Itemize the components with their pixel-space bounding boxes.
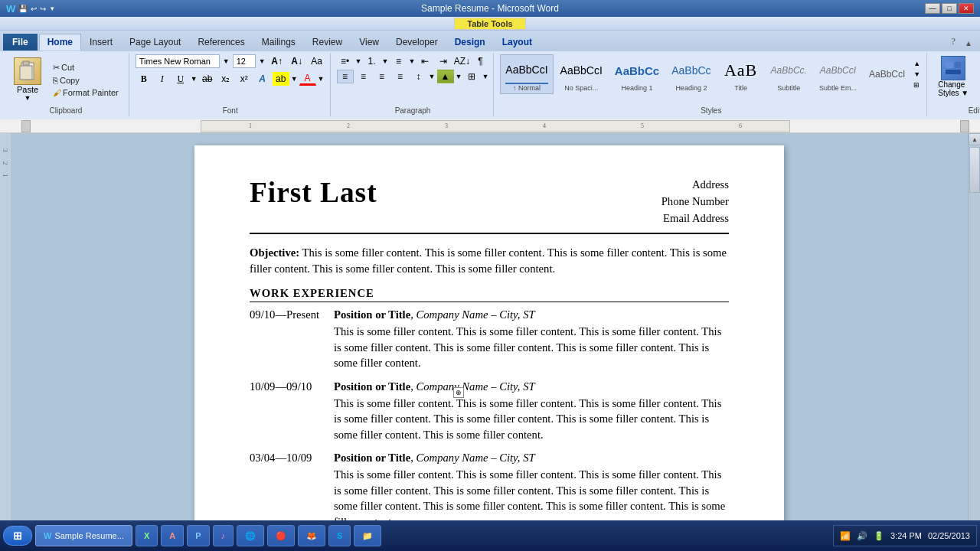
numbering-button[interactable]: 1.: [364, 54, 381, 68]
objective-section: Objective: This is some filler content. …: [250, 245, 729, 276]
tray-network-icon[interactable]: 📶: [840, 531, 851, 541]
select-button[interactable]: ⬚ Select ▼: [976, 83, 980, 96]
table-move-handle[interactable]: ⊕: [453, 387, 464, 398]
copy-button[interactable]: ⎘ Copy: [51, 75, 121, 86]
taskbar-files[interactable]: 📁: [354, 525, 381, 546]
replace-button[interactable]: ↔ Replace: [976, 69, 980, 81]
numbering-dropdown[interactable]: ▼: [382, 57, 389, 65]
multilevel-list-button[interactable]: ≡: [390, 54, 407, 68]
borders-button[interactable]: ⊞: [463, 70, 480, 83]
font-name-dropdown[interactable]: ▼: [223, 57, 230, 65]
multilevel-dropdown[interactable]: ▼: [408, 57, 415, 65]
taskbar-skype[interactable]: S: [328, 525, 351, 546]
taskbar-publisher[interactable]: P: [187, 525, 209, 546]
align-left-button[interactable]: ≡: [337, 70, 354, 83]
align-right-button[interactable]: ≡: [374, 70, 390, 83]
styles-more-button[interactable]: ⊞: [912, 80, 922, 90]
text-effects-button[interactable]: A: [254, 72, 271, 86]
style-heading1[interactable]: AaBbCc Heading 1: [609, 54, 665, 94]
start-button[interactable]: ⊞: [3, 526, 32, 546]
taskbar-excel[interactable]: X: [136, 525, 158, 546]
style-normal[interactable]: AaBbCcI ↑ Normal: [500, 54, 553, 94]
shading-button[interactable]: ▲: [437, 70, 454, 83]
line-spacing-dropdown[interactable]: ▼: [429, 73, 436, 80]
style-title[interactable]: AaB Title: [718, 54, 764, 94]
format-painter-button[interactable]: 🖌 Format Painter: [51, 87, 121, 98]
font-color-button[interactable]: A: [299, 72, 316, 86]
underline-button[interactable]: U: [172, 72, 189, 86]
underline-dropdown[interactable]: ▼: [191, 75, 198, 83]
bold-button[interactable]: B: [136, 72, 152, 86]
tab-layout[interactable]: Layout: [494, 34, 541, 51]
clear-format-button[interactable]: Aa: [309, 54, 325, 68]
scroll-track[interactable]: [969, 145, 980, 530]
change-styles-button[interactable]: ChangeStyles ▼: [933, 54, 973, 99]
subscript-button[interactable]: x₂: [217, 72, 234, 86]
increase-indent-button[interactable]: ⇥: [435, 54, 452, 68]
itunes-icon: ♪: [221, 531, 226, 540]
font-color-dropdown[interactable]: ▼: [318, 75, 325, 83]
tab-review[interactable]: Review: [304, 34, 351, 51]
tray-volume-icon[interactable]: 🔊: [857, 531, 867, 541]
justify-button[interactable]: ≡: [392, 70, 409, 83]
tab-page-layout[interactable]: Page Layout: [121, 34, 189, 51]
taskbar-firefox[interactable]: 🦊: [298, 525, 325, 546]
bullets-dropdown[interactable]: ▼: [355, 57, 362, 65]
doc-area[interactable]: ⊕ First Last Address Phone Number Email …: [11, 133, 968, 542]
tab-references[interactable]: References: [189, 34, 253, 51]
minimize-ribbon-icon[interactable]: ▲: [960, 36, 977, 51]
quick-save-icon[interactable]: 💾: [18, 5, 28, 13]
cut-button[interactable]: ✂ Cut: [51, 62, 121, 73]
tab-file[interactable]: File: [3, 34, 38, 51]
svg-rect-4: [955, 62, 961, 68]
quick-redo-icon[interactable]: ↪: [40, 5, 46, 13]
style-no-spacing[interactable]: AaBbCcI No Spaci...: [555, 54, 608, 94]
font-size-dropdown[interactable]: ▼: [259, 57, 266, 65]
quick-undo-icon[interactable]: ↩: [31, 5, 37, 13]
strikethrough-button[interactable]: ab: [199, 72, 216, 86]
maximize-button[interactable]: □: [942, 3, 957, 14]
tray-battery-icon[interactable]: 🔋: [874, 531, 884, 541]
borders-dropdown[interactable]: ▼: [482, 73, 488, 80]
paste-dropdown[interactable]: ▼: [24, 94, 31, 102]
shrink-font-button[interactable]: A↓: [289, 54, 305, 68]
styles-scroll-down[interactable]: ▼: [912, 69, 922, 80]
italic-button[interactable]: I: [154, 72, 171, 86]
quick-access-dropdown[interactable]: ▼: [49, 5, 55, 12]
line-spacing-button[interactable]: ↕: [410, 70, 427, 83]
close-button[interactable]: ✕: [959, 3, 974, 14]
taskbar-access[interactable]: A: [161, 525, 184, 546]
minimize-button[interactable]: —: [925, 3, 940, 14]
tab-view[interactable]: View: [351, 34, 387, 51]
tab-insert[interactable]: Insert: [81, 34, 121, 51]
help-icon[interactable]: ?: [946, 32, 960, 51]
shading-dropdown[interactable]: ▼: [456, 73, 462, 80]
font-name-input[interactable]: [136, 54, 220, 68]
superscript-button[interactable]: x²: [236, 72, 253, 86]
align-center-button[interactable]: ≡: [355, 70, 372, 83]
text-highlight-button[interactable]: ab: [273, 72, 289, 86]
highlight-dropdown[interactable]: ▼: [291, 75, 298, 83]
style-subtle-em[interactable]: AaBbCcI Subtle Em...: [814, 54, 862, 94]
taskbar-itunes[interactable]: ♪: [213, 525, 234, 546]
scroll-up-button[interactable]: ▲: [969, 133, 980, 145]
styles-scroll-up[interactable]: ▲: [912, 58, 922, 69]
bullets-button[interactable]: ≡•: [337, 54, 354, 68]
sort-button[interactable]: AZ↓: [453, 54, 470, 68]
taskbar-word[interactable]: W Sample Resume...: [35, 525, 132, 546]
taskbar-chrome[interactable]: 🔴: [267, 525, 295, 546]
style-heading2[interactable]: AaBbCc Heading 2: [666, 54, 716, 94]
scroll-thumb[interactable]: [969, 147, 980, 193]
taskbar-network[interactable]: 🌐: [237, 525, 264, 546]
decrease-indent-button[interactable]: ⇤: [416, 54, 433, 68]
paste-button[interactable]: Paste ▼: [8, 54, 47, 105]
tab-mailings[interactable]: Mailings: [253, 34, 304, 51]
grow-font-button[interactable]: A↑: [269, 54, 286, 68]
show-marks-button[interactable]: ¶: [472, 54, 488, 68]
style-subtitle[interactable]: AaBbCc. Subtitle: [766, 54, 812, 94]
style-more[interactable]: AaBbCcI: [864, 58, 910, 90]
tab-home[interactable]: Home: [39, 34, 81, 51]
tab-developer[interactable]: Developer: [387, 34, 446, 51]
tab-design[interactable]: Design: [446, 34, 494, 51]
font-size-input[interactable]: [233, 54, 256, 68]
